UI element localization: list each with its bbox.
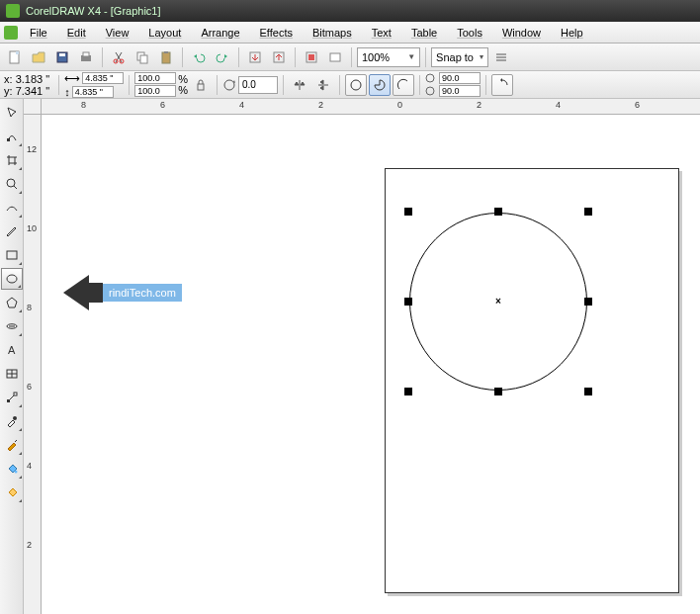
freehand-tool[interactable]: [1, 197, 23, 219]
end-angle-icon: [425, 86, 437, 96]
arrow-body: [89, 283, 103, 303]
scale-x-input[interactable]: [134, 72, 176, 84]
annotation-arrow: rindiTech.com: [63, 275, 182, 310]
svg-rect-10: [162, 52, 170, 63]
menu-view[interactable]: View: [96, 27, 139, 39]
scale-inputs: [134, 72, 176, 97]
svg-point-21: [426, 87, 434, 95]
pick-tool[interactable]: [1, 102, 23, 124]
copy-button[interactable]: [131, 46, 153, 68]
snapto-label: Snap to: [436, 51, 474, 63]
app-launcher-button[interactable]: [301, 46, 322, 68]
undo-button[interactable]: [188, 46, 210, 68]
shape-tool[interactable]: [1, 126, 23, 147]
export-button[interactable]: [268, 46, 290, 68]
vertical-ruler[interactable]: 12 10 8 6 4 2 0: [24, 115, 42, 614]
fill-tool[interactable]: [1, 458, 23, 480]
outline-tool[interactable]: [1, 434, 23, 456]
handle-bl[interactable]: [404, 388, 412, 395]
table-tool[interactable]: [1, 363, 23, 385]
print-button[interactable]: [75, 46, 97, 68]
mirror-h-button[interactable]: [289, 74, 310, 96]
new-button[interactable]: [4, 46, 26, 68]
svg-rect-11: [164, 51, 168, 53]
zoom-tool[interactable]: [1, 173, 23, 195]
save-button[interactable]: [51, 46, 73, 68]
crop-tool[interactable]: [1, 149, 23, 171]
horizontal-ruler[interactable]: 8 6 4 2 0 2 4 6 8: [42, 99, 700, 115]
handle-tr[interactable]: [584, 208, 592, 216]
ellipse-tool[interactable]: [1, 268, 23, 290]
smart-drawing-tool[interactable]: [1, 220, 23, 242]
zoom-dropdown[interactable]: 100%▼: [357, 47, 420, 67]
percent-label: %%: [178, 74, 188, 96]
polygon-tool[interactable]: [1, 292, 23, 313]
document-icon[interactable]: [4, 26, 18, 40]
rotation-input[interactable]: [238, 76, 278, 94]
menu-bitmaps[interactable]: Bitmaps: [303, 27, 362, 39]
app-logo-icon: [6, 4, 20, 18]
menu-effects[interactable]: Effects: [250, 27, 303, 39]
svg-rect-29: [14, 393, 17, 395]
menu-window[interactable]: Window: [492, 27, 551, 39]
chevron-down-icon: ▾: [480, 52, 483, 61]
lock-ratio-button[interactable]: [190, 74, 212, 96]
menu-file[interactable]: File: [20, 27, 57, 39]
handle-br[interactable]: [584, 388, 592, 395]
handle-tc[interactable]: [494, 208, 502, 216]
svg-rect-22: [7, 138, 10, 141]
property-bar: x: 3.183 " y: 7.341 " ⟷ ↕ %%: [0, 71, 700, 99]
svg-rect-1: [16, 51, 19, 54]
width-input[interactable]: [82, 72, 124, 84]
window-title: CorelDRAW X4 - [Graphic1]: [26, 5, 161, 17]
height-input[interactable]: [72, 86, 114, 98]
open-button[interactable]: [28, 46, 49, 68]
menu-arrange[interactable]: Arrange: [191, 27, 249, 39]
ellipse-mode-button[interactable]: [345, 74, 367, 96]
svg-point-7: [120, 59, 124, 63]
width-icon: ⟷: [64, 72, 80, 85]
rotate-icon: [222, 78, 236, 92]
menu-edit[interactable]: Edit: [57, 27, 96, 39]
handle-bc[interactable]: [494, 388, 502, 395]
menu-layout[interactable]: Layout: [138, 27, 191, 39]
svg-rect-9: [140, 55, 147, 63]
welcome-button[interactable]: [324, 46, 346, 68]
ruler-origin[interactable]: [24, 99, 42, 115]
mirror-v-button[interactable]: [312, 74, 334, 96]
svg-rect-24: [7, 251, 17, 259]
rectangle-tool[interactable]: [1, 244, 23, 266]
arc-angle-inputs: [425, 72, 481, 97]
interactive-tool[interactable]: [1, 387, 23, 408]
object-center-icon: ×: [495, 296, 501, 307]
menu-help[interactable]: Help: [551, 27, 593, 39]
handle-ml[interactable]: [404, 298, 412, 306]
menu-text[interactable]: Text: [362, 27, 401, 39]
start-angle-input[interactable]: [439, 72, 481, 84]
arrow-left-icon: [63, 275, 89, 310]
redo-button[interactable]: [212, 46, 233, 68]
basic-shapes-tool[interactable]: [1, 315, 23, 337]
handle-mr[interactable]: [584, 298, 592, 306]
canvas-area[interactable]: 8 6 4 2 0 2 4 6 8 12 10 8 6 4 2 0 ×: [24, 99, 700, 614]
interactive-fill-tool[interactable]: [1, 482, 23, 503]
scale-y-input[interactable]: [134, 85, 176, 97]
options-button[interactable]: [490, 46, 512, 68]
pie-mode-button[interactable]: [369, 74, 391, 96]
menu-tools[interactable]: Tools: [447, 27, 492, 39]
snapto-dropdown[interactable]: Snap to▾: [431, 47, 488, 67]
titlebar: CorelDRAW X4 - [Graphic1]: [0, 0, 700, 22]
end-angle-input[interactable]: [439, 85, 481, 97]
cut-button[interactable]: [108, 46, 130, 68]
arc-mode-button[interactable]: [393, 74, 414, 96]
handle-tl[interactable]: [404, 208, 412, 216]
import-button[interactable]: [244, 46, 266, 68]
svg-point-25: [7, 275, 17, 283]
paste-button[interactable]: [155, 46, 177, 68]
size-inputs: ⟷ ↕: [64, 72, 124, 98]
eyedropper-tool[interactable]: [1, 410, 23, 432]
direction-button[interactable]: [491, 74, 513, 96]
menu-table[interactable]: Table: [401, 27, 447, 39]
text-tool[interactable]: A: [1, 339, 23, 361]
svg-rect-28: [7, 399, 10, 402]
